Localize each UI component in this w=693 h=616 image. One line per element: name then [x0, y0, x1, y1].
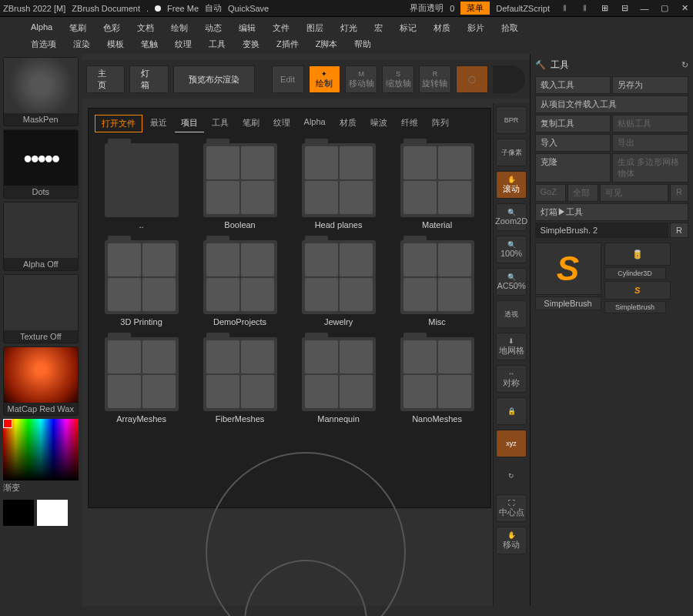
xyz-button[interactable]: xyz	[496, 430, 527, 457]
scale-gizmo-button[interactable]: S缩放轴	[382, 65, 414, 93]
menu-Z插件[interactable]: Z插件	[269, 36, 306, 52]
window-config2-icon[interactable]: ⊟	[619, 3, 630, 14]
folder-3D Printing[interactable]: 3D Printing	[98, 240, 186, 326]
menu-首选项[interactable]: 首选项	[23, 36, 64, 52]
load-tool-button[interactable]: 载入工具	[535, 76, 611, 94]
browser-tab-3[interactable]: 工具	[206, 115, 235, 132]
draw-mode-button[interactable]: ✦绘制	[309, 65, 341, 93]
symmetry-button[interactable]: ↔对称	[496, 365, 527, 393]
move-button[interactable]: ✋移动	[496, 527, 527, 554]
browser-tab-2[interactable]: 项目	[175, 115, 204, 132]
refresh-icon[interactable]: ↻	[681, 60, 688, 70]
lock-button[interactable]: 🔒	[496, 397, 527, 425]
zoom2d-button[interactable]: 🔍Zoom2D	[496, 203, 527, 231]
menu-渲染[interactable]: 渲染	[65, 36, 98, 52]
folder-NanoMeshes[interactable]: NanoMeshes	[393, 337, 481, 424]
tool-thumb-simplebrush[interactable]: S SimpleBrush	[535, 243, 601, 313]
menu-图层[interactable]: 图层	[299, 20, 331, 36]
goz-visible-button[interactable]: 可见	[600, 184, 668, 202]
browser-tab-4[interactable]: 笔刷	[236, 115, 266, 132]
zoom100-button[interactable]: 🔍100%	[496, 236, 527, 263]
maximize-icon[interactable]: ▢	[659, 3, 670, 14]
paste-tool-button[interactable]: 粘贴工具	[612, 115, 688, 132]
frame-button[interactable]: ⛶中心点	[496, 494, 527, 522]
menu-工具[interactable]: 工具	[201, 36, 233, 52]
menu-宏[interactable]: 宏	[367, 20, 390, 36]
menu-绘制[interactable]: 绘制	[163, 20, 196, 36]
gradient-label[interactable]: 渐变	[3, 480, 79, 494]
menu-编辑[interactable]: 编辑	[231, 20, 263, 36]
tool-thumb-simplebrush-small[interactable]: S SimpleBrush	[604, 281, 666, 313]
minimize-icon[interactable]: —	[639, 3, 650, 14]
menu-灯光[interactable]: 灯光	[333, 20, 365, 36]
rotate-gizmo-button[interactable]: R旋转轴	[419, 65, 451, 93]
clone-button[interactable]: 克隆	[535, 153, 611, 182]
boolean-preview-button[interactable]: 预览布尔渲染	[173, 65, 255, 93]
menu-变换[interactable]: 变换	[235, 36, 267, 52]
move-gizmo-button[interactable]: M移动轴	[345, 65, 377, 93]
menu-材质[interactable]: 材质	[426, 20, 458, 36]
floor-button[interactable]: ⬇地网格	[496, 333, 527, 360]
left-tray-icon[interactable]: ⦀	[559, 3, 570, 14]
texture-slot[interactable]: Texture Off	[3, 274, 79, 343]
make-polymesh-button[interactable]: 生成 多边形网格物体	[612, 153, 688, 182]
folder-Misc[interactable]: Misc	[393, 240, 481, 326]
browser-tab-8[interactable]: 噪波	[364, 115, 393, 132]
export-button[interactable]: 导出	[612, 134, 688, 152]
ac50-button[interactable]: 🔍AC50%	[496, 268, 527, 296]
menu-色彩[interactable]: 色彩	[95, 20, 128, 36]
menu-影片[interactable]: 影片	[460, 20, 492, 36]
import-button[interactable]: 导入	[535, 134, 611, 152]
auto-label[interactable]: 自动	[205, 2, 222, 14]
stroke-slot[interactable]: ●●●●● Dots	[3, 129, 79, 199]
canvas-area[interactable]: 主页 灯箱 预览布尔渲染 Edit ✦绘制 M移动轴 S缩放轴 R旋转轴 ◯ 打…	[82, 54, 530, 606]
close-icon[interactable]: ✕	[679, 3, 690, 14]
scroll-button[interactable]: ✋滚动	[496, 171, 527, 199]
copy-tool-button[interactable]: 复制工具	[535, 115, 611, 132]
folder-DemoProjects[interactable]: DemoProjects	[196, 240, 284, 326]
menu-动态[interactable]: 动态	[197, 20, 229, 36]
goz-all-button[interactable]: 全部	[567, 184, 598, 202]
menu-笔触[interactable]: 笔触	[133, 36, 166, 52]
tool-thumb-cylinder[interactable]: 🥫 Cylinder3D	[604, 243, 666, 280]
bpr-button[interactable]: BPR	[496, 106, 527, 134]
swatch-black[interactable]	[3, 500, 34, 526]
render-half-button[interactable]	[493, 65, 525, 93]
lightbox-tools-button[interactable]: 灯箱▶工具	[535, 203, 688, 221]
lightbox-button[interactable]: 灯箱	[129, 65, 169, 93]
browser-tab-0[interactable]: 打开文件	[95, 115, 142, 132]
browser-tab-9[interactable]: 纤维	[395, 115, 424, 132]
right-tray-icon[interactable]: ⦀	[579, 3, 590, 14]
goz-r-button[interactable]: R	[670, 184, 688, 202]
material-slot[interactable]: MatCap Red Wax	[3, 346, 79, 416]
rotate-icon[interactable]: ↻	[496, 462, 527, 490]
browser-tab-1[interactable]: 最近	[144, 115, 173, 132]
color-picker[interactable]: 渐变	[3, 419, 79, 494]
render-sphere-button[interactable]: ◯	[456, 65, 488, 93]
quicksave-button[interactable]: QuickSave	[228, 4, 269, 13]
menu-Alpha[interactable]: Alpha	[23, 20, 60, 36]
menu-标记[interactable]: 标记	[392, 20, 424, 36]
current-color-swatch[interactable]	[3, 419, 12, 428]
folder-Boolean[interactable]: Boolean	[196, 143, 284, 229]
window-config-icon[interactable]: ⊞	[599, 3, 610, 14]
browser-tab-7[interactable]: 材质	[333, 115, 363, 132]
menu-帮助[interactable]: 帮助	[346, 36, 379, 52]
load-from-project-button[interactable]: 从项目文件载入工具	[535, 95, 688, 113]
menu-Z脚本[interactable]: Z脚本	[308, 36, 346, 52]
menu-文档[interactable]: 文档	[129, 20, 162, 36]
home-button[interactable]: 主页	[86, 65, 126, 93]
menu-文件[interactable]: 文件	[265, 20, 297, 36]
folder-Jewelry[interactable]: Jewelry	[295, 240, 383, 326]
swatch-white[interactable]	[37, 500, 68, 526]
alpha-slot[interactable]: Alpha Off	[3, 202, 79, 271]
menu-拾取[interactable]: 拾取	[494, 20, 526, 36]
edit-mode-button[interactable]: Edit	[272, 65, 304, 93]
browser-tab-5[interactable]: 纹理	[267, 115, 296, 132]
folder-Head planes[interactable]: Head planes	[295, 143, 383, 229]
menu-模板[interactable]: 模板	[99, 36, 132, 52]
browser-tab-6[interactable]: Alpha	[298, 115, 332, 132]
color-gradient[interactable]	[3, 419, 79, 480]
save-as-button[interactable]: 另存为	[612, 76, 688, 94]
folder-Material[interactable]: Material	[393, 143, 481, 229]
